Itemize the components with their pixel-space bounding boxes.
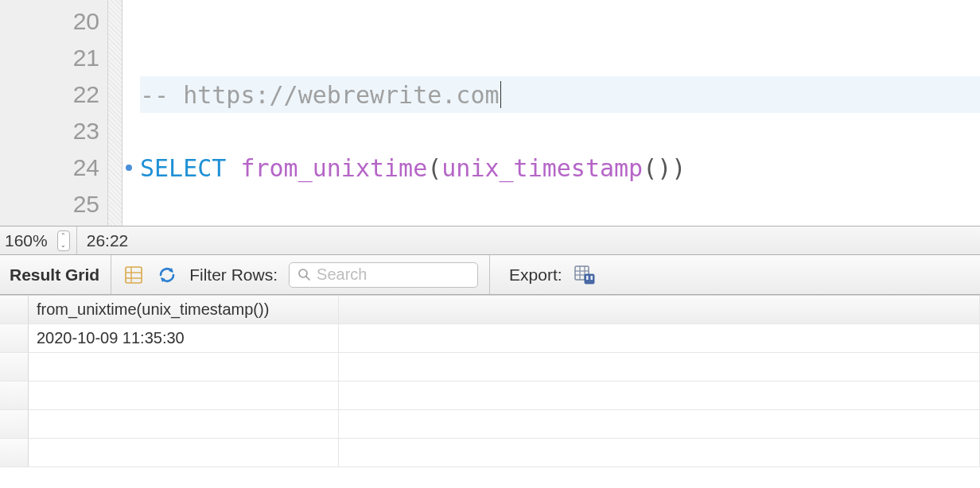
result-grid[interactable]: from_unixtime(unix_timestamp())2020-10-0…: [0, 295, 980, 467]
marker-slot: [122, 113, 135, 149]
code-line[interactable]: SELECT from_unixtime(unix_timestamp()): [140, 149, 980, 186]
divider: [489, 255, 490, 294]
divider: [111, 255, 111, 294]
search-icon: [298, 265, 310, 285]
line-number: 20: [0, 3, 107, 40]
table-row[interactable]: 2020-10-09 11:35:30: [0, 324, 980, 353]
table-cell-empty: [29, 381, 339, 409]
marker-slot: [122, 76, 135, 113]
filter-search-box[interactable]: [289, 262, 478, 288]
chevron-up-icon[interactable]: ⌃: [58, 231, 69, 241]
column-header-empty: [339, 296, 980, 323]
svg-rect-15: [588, 276, 590, 281]
table-cell-empty: [339, 439, 980, 467]
code-line[interactable]: -- https://webrewrite.com: [140, 76, 980, 113]
zoom-stepper[interactable]: ⌃ ⌄: [57, 230, 70, 251]
code-token: ()): [643, 154, 686, 182]
export-icon[interactable]: [574, 264, 596, 286]
table-cell[interactable]: 2020-10-09 11:35:30: [29, 324, 339, 352]
row-handle: [0, 296, 29, 323]
marker-gutter: [122, 0, 135, 226]
chevron-down-icon[interactable]: ⌄: [58, 241, 69, 250]
line-number-gutter: 202122232425: [0, 0, 108, 226]
table-cell-empty: [339, 324, 980, 352]
table-row-empty: [0, 439, 980, 467]
svg-rect-0: [126, 267, 142, 283]
divider: [76, 227, 77, 254]
result-toolbar: Result Grid Filter Rows: Export:: [0, 255, 980, 295]
grid-view-icon[interactable]: [122, 264, 145, 286]
column-header[interactable]: from_unixtime(unix_timestamp()): [29, 296, 339, 323]
svg-line-7: [306, 277, 309, 280]
code-line[interactable]: [140, 113, 980, 149]
row-handle: [0, 439, 29, 467]
marker-slot: [122, 149, 135, 186]
row-handle: [0, 353, 29, 381]
filter-search-input[interactable]: [317, 265, 518, 284]
zoom-level: 160%: [5, 231, 51, 250]
row-handle: [0, 381, 29, 409]
code-line[interactable]: [140, 186, 980, 223]
code-line[interactable]: [140, 3, 980, 40]
table-row-empty: [0, 381, 980, 410]
line-number: 23: [0, 113, 107, 149]
code-area[interactable]: -- https://webrewrite.comSELECT from_uni…: [135, 0, 980, 226]
row-handle[interactable]: [0, 324, 29, 352]
table-cell-empty: [339, 353, 980, 381]
line-number: 24: [0, 149, 107, 186]
fold-gutter: [108, 0, 122, 226]
table-cell-empty: [29, 439, 339, 467]
text-cursor: [500, 81, 501, 108]
statement-marker-icon: [126, 165, 132, 171]
table-cell-empty: [29, 353, 339, 381]
cursor-position: 26:22: [84, 231, 129, 250]
line-number: 25: [0, 186, 107, 223]
table-cell-empty: [29, 410, 339, 438]
editor-statusbar: 160% ⌃ ⌄ 26:22: [0, 227, 980, 255]
table-cell-empty: [339, 381, 980, 409]
marker-slot: [122, 40, 135, 76]
code-editor[interactable]: 202122232425 -- https://webrewrite.comSE…: [0, 0, 980, 227]
code-token: (: [427, 154, 441, 182]
code-token: -- https://webrewrite.com: [140, 81, 500, 109]
table-header-row: from_unixtime(unix_timestamp()): [0, 296, 980, 324]
marker-slot: [122, 186, 135, 223]
code-line[interactable]: [140, 40, 980, 76]
table-row-empty: [0, 353, 980, 381]
export-label: Export:: [509, 265, 562, 285]
line-number: 22: [0, 76, 107, 113]
filter-rows-label: Filter Rows:: [189, 265, 278, 285]
code-token: SELECT: [140, 154, 226, 182]
code-token: unix_timestamp: [441, 154, 643, 182]
marker-slot: [122, 3, 135, 40]
refresh-icon[interactable]: [156, 264, 178, 286]
line-number: 21: [0, 40, 107, 76]
code-token: [226, 154, 240, 182]
row-handle: [0, 410, 29, 438]
code-token: from_unixtime: [240, 154, 427, 182]
result-grid-label: Result Grid: [10, 265, 99, 285]
table-row-empty: [0, 410, 980, 439]
table-cell-empty: [339, 410, 980, 438]
